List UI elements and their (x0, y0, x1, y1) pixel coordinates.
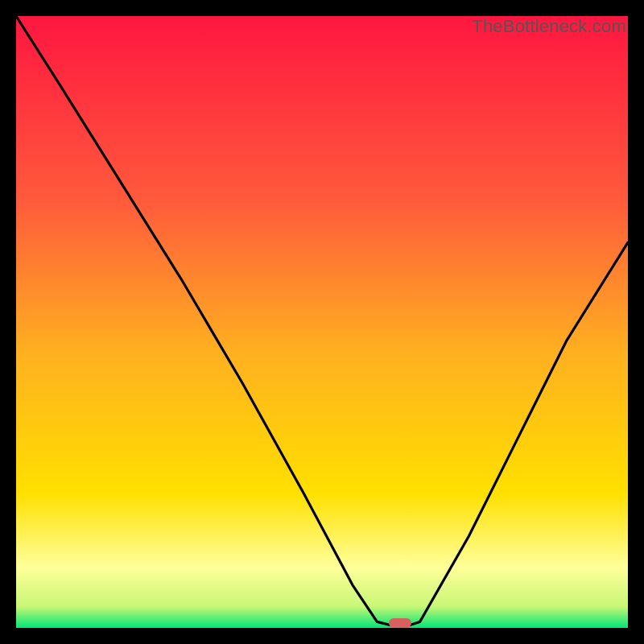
black-frame: TheBottleneck.com (0, 0, 644, 644)
gradient-background (16, 16, 628, 628)
svg-rect-0 (16, 16, 628, 628)
plot-area: TheBottleneck.com (16, 16, 628, 628)
